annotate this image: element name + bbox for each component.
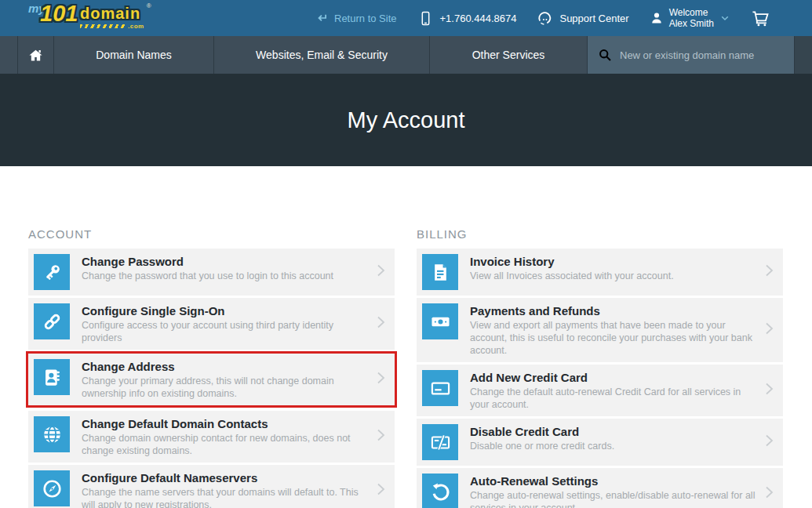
compass-icon bbox=[34, 470, 70, 506]
card-title: Change Password bbox=[82, 255, 367, 268]
menu-card-disable-credit-card[interactable]: Disable Credit CardDisable one or more c… bbox=[417, 419, 783, 466]
section-title: ACCOUNT bbox=[28, 227, 395, 241]
card-description: Change the default auto-renewal Credit C… bbox=[470, 386, 756, 411]
welcome-text: Welcome Alex Smith bbox=[669, 7, 714, 30]
home-icon bbox=[27, 47, 44, 64]
welcome-username: Alex Smith bbox=[669, 18, 714, 29]
account-column: ACCOUNTChange PasswordChange the passwor… bbox=[28, 166, 395, 508]
page-title: My Account bbox=[348, 107, 465, 133]
phone-number-link[interactable]: +1.760.444.8674 bbox=[417, 10, 517, 27]
credit-card-icon bbox=[422, 370, 458, 406]
logo-tld: .com bbox=[128, 23, 144, 30]
menu-card-change-password[interactable]: Change PasswordChange the password that … bbox=[28, 249, 395, 296]
card-description: Change auto-renewal settings, enable/dis… bbox=[470, 489, 756, 508]
welcome-greeting: Welcome bbox=[669, 7, 714, 18]
logo-stripes bbox=[80, 24, 126, 28]
cart-button[interactable] bbox=[751, 9, 770, 27]
disabled-credit-card-icon bbox=[422, 424, 458, 460]
card-description: View all Invoices associated with your a… bbox=[470, 270, 756, 282]
card-title: Add New Credit Card bbox=[470, 371, 756, 384]
card-description: Change the password that you use to logi… bbox=[82, 270, 367, 282]
domain-search-input[interactable] bbox=[620, 49, 784, 61]
chevron-right-icon bbox=[759, 482, 778, 506]
domain-search-box bbox=[587, 36, 794, 74]
menu-card-configure-default-nameservers[interactable]: Configure Default NameserversChange the … bbox=[28, 465, 395, 508]
chevron-right-icon bbox=[759, 260, 778, 284]
card-title: Change Default Domain Contacts bbox=[82, 417, 367, 430]
phone-number-label: +1.760.444.8674 bbox=[440, 13, 517, 24]
card-title: Invoice History bbox=[470, 255, 756, 268]
chevron-right-icon bbox=[371, 425, 390, 448]
chevron-right-icon bbox=[759, 430, 778, 454]
cart-icon bbox=[751, 9, 770, 27]
nav-other-services[interactable]: Other Services bbox=[429, 36, 587, 74]
chevron-right-icon bbox=[759, 318, 778, 342]
site-logo[interactable]: my 101 domain .com ® bbox=[28, 2, 166, 34]
headset-icon bbox=[537, 10, 553, 27]
invoice-icon bbox=[422, 254, 458, 290]
key-icon bbox=[34, 254, 70, 290]
card-title: Payments and Refunds bbox=[470, 304, 756, 318]
globe-icon bbox=[34, 416, 70, 452]
menu-card-change-default-domain-contacts[interactable]: Change Default Domain ContactsChange dom… bbox=[28, 411, 395, 463]
card-title: Disable Credit Card bbox=[470, 425, 756, 438]
billing-column: BILLINGInvoice HistoryView all Invoices … bbox=[417, 166, 783, 508]
return-arrow-icon bbox=[315, 12, 328, 24]
support-center-link[interactable]: Support Center bbox=[537, 10, 628, 27]
logo-wordmark: domain .com ® bbox=[80, 5, 144, 30]
menu-card-add-new-credit-card[interactable]: Add New Credit CardChange the default au… bbox=[417, 365, 783, 416]
support-center-label: Support Center bbox=[559, 13, 628, 24]
menu-card-invoice-history[interactable]: Invoice HistoryView all Invoices associa… bbox=[417, 249, 783, 296]
menu-card-auto-renewal-settings[interactable]: Auto-Renewal SettingsChange auto-renewal… bbox=[417, 468, 783, 508]
card-description: Disable one or more credit cards. bbox=[470, 440, 756, 452]
card-title: Configure Default Nameservers bbox=[82, 471, 367, 484]
menu-card-change-address[interactable]: Change AddressChange your primary addres… bbox=[28, 354, 395, 405]
chain-link-icon bbox=[34, 303, 70, 339]
account-menu[interactable]: Welcome Alex Smith bbox=[650, 7, 730, 30]
card-description: Configure access to your account using t… bbox=[82, 319, 367, 344]
search-icon bbox=[598, 48, 612, 62]
page-header: My Account bbox=[0, 74, 812, 166]
user-icon bbox=[650, 11, 664, 25]
section-title: BILLING bbox=[417, 227, 783, 241]
nav-home-button[interactable] bbox=[17, 36, 53, 74]
address-book-icon bbox=[34, 359, 70, 395]
main-nav: Domain Names Websites, Email & Security … bbox=[0, 36, 812, 74]
mobile-phone-icon bbox=[417, 10, 434, 27]
logo-word: domain bbox=[80, 5, 144, 21]
account-dashboard: ACCOUNTChange PasswordChange the passwor… bbox=[0, 166, 812, 508]
chevron-right-icon bbox=[371, 260, 390, 284]
card-description: Change your primary address, this will n… bbox=[82, 375, 367, 400]
menu-card-payments-and-refunds[interactable]: Payments and RefundsView and export all … bbox=[417, 298, 783, 362]
chevron-down-icon bbox=[719, 13, 730, 24]
chevron-right-icon bbox=[759, 379, 778, 402]
card-description: View and export all payments that have b… bbox=[470, 319, 756, 357]
card-title: Auto-Renewal Settings bbox=[470, 474, 756, 488]
banknote-icon bbox=[422, 303, 458, 339]
logo-number: 101 bbox=[40, 2, 78, 25]
chevron-right-icon bbox=[371, 479, 390, 503]
nav-end-cap bbox=[794, 36, 812, 74]
topbar-actions: Return to Site +1.760.444.8674 Support C… bbox=[315, 7, 812, 30]
chevron-right-icon bbox=[371, 312, 390, 336]
return-to-site-label: Return to Site bbox=[334, 13, 397, 24]
card-description: Change domain ownership contact for new … bbox=[82, 432, 367, 457]
menu-card-configure-single-sign-on[interactable]: Configure Single Sign-OnConfigure access… bbox=[28, 298, 395, 350]
card-title: Change Address bbox=[82, 360, 367, 373]
chevron-right-icon bbox=[371, 368, 390, 391]
card-title: Configure Single Sign-On bbox=[82, 304, 367, 318]
return-to-site-link[interactable]: Return to Site bbox=[315, 12, 397, 24]
nav-spacer bbox=[0, 36, 17, 74]
nav-websites-email-security[interactable]: Websites, Email & Security bbox=[213, 36, 429, 74]
registered-trademark: ® bbox=[147, 2, 151, 9]
auto-renewal-icon bbox=[422, 474, 458, 508]
card-description: Change the name servers that your domain… bbox=[82, 486, 367, 508]
top-bar: my 101 domain .com ® Return to Site +1.7… bbox=[0, 0, 812, 36]
nav-domain-names[interactable]: Domain Names bbox=[53, 36, 213, 74]
